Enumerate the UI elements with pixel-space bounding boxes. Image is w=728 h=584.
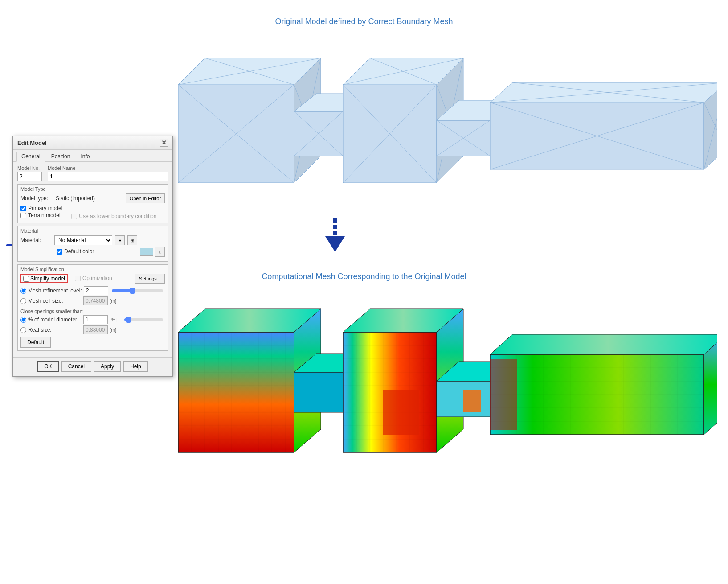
default-btn-row: Default bbox=[20, 337, 165, 348]
real-size-radio[interactable] bbox=[20, 327, 26, 333]
bottom-right-bar bbox=[490, 334, 717, 435]
default-color-checkbox-row: Default color bbox=[57, 248, 94, 255]
top-title: Original Model defined by Correct Bounda… bbox=[0, 17, 728, 26]
checkbox-two-col: Primary model Terrain model Use as lower… bbox=[20, 205, 165, 220]
pct-model-thumb bbox=[126, 317, 131, 323]
mesh-cell-unit: [m] bbox=[110, 298, 121, 304]
right-bar bbox=[490, 82, 717, 169]
pct-model-slider[interactable] bbox=[124, 318, 163, 321]
optimization-checkbox bbox=[75, 276, 81, 281]
mesh-refinement-row: Mesh refinement level: bbox=[20, 286, 165, 295]
real-size-unit: [m] bbox=[110, 327, 121, 333]
arrow-dot-3 bbox=[333, 231, 337, 235]
real-size-label: Real size: bbox=[28, 327, 82, 333]
dialog-body: Model No. Model Name Model Type Model ty… bbox=[13, 162, 172, 357]
material-grid-button[interactable]: ⊞ bbox=[127, 235, 137, 245]
edit-model-dialog: Edit Model ✕ General Position Info Model… bbox=[12, 136, 173, 377]
tab-info[interactable]: Info bbox=[76, 152, 94, 161]
material-field-label: Material: bbox=[20, 237, 52, 243]
default-color-label: Default color bbox=[64, 248, 94, 255]
mesh-cell-size-row: Mesh cell size: [m] bbox=[20, 296, 165, 305]
pct-model-radio[interactable] bbox=[20, 317, 26, 323]
lower-boundary-label: Use as lower boundary condition bbox=[79, 213, 156, 219]
help-button[interactable]: Help bbox=[123, 361, 148, 372]
bottom-model-canvas bbox=[151, 288, 717, 573]
lower-boundary-row: Use as lower boundary condition bbox=[71, 213, 156, 219]
model-no-col: Model No. bbox=[17, 165, 44, 181]
mesh-refinement-label: Mesh refinement level: bbox=[28, 288, 82, 294]
mesh-cell-input bbox=[83, 296, 108, 305]
simplify-highlight-box: Simplify model bbox=[20, 274, 68, 283]
primary-model-checkbox[interactable] bbox=[20, 206, 26, 211]
ok-button[interactable]: OK bbox=[37, 361, 58, 372]
pct-model-label: % of model diameter: bbox=[28, 317, 82, 323]
tab-position[interactable]: Position bbox=[46, 152, 75, 161]
simplify-model-label: Simplify model bbox=[30, 276, 65, 282]
type-value: Static (imported) bbox=[56, 195, 124, 202]
simplify-model-checkbox[interactable] bbox=[23, 276, 29, 282]
pct-model-input[interactable] bbox=[83, 315, 108, 324]
dialog-close-button[interactable]: ✕ bbox=[160, 139, 168, 147]
model-no-input[interactable] bbox=[17, 172, 42, 181]
color-grid-button[interactable]: ⊞ bbox=[155, 247, 165, 257]
model-name-col: Model Name bbox=[48, 165, 168, 181]
cancel-button[interactable]: Cancel bbox=[61, 361, 91, 372]
real-size-input bbox=[83, 325, 108, 334]
mesh-refinement-input[interactable] bbox=[84, 286, 108, 295]
optimization-row: Optimization bbox=[75, 275, 112, 281]
simplify-row: Simplify model Optimization Settings... bbox=[20, 274, 165, 284]
pct-model-row: % of model diameter: [%] bbox=[20, 315, 165, 324]
model-simplification-section: Model Simplification Simplify model Opti… bbox=[17, 264, 168, 351]
material-select[interactable]: No Material bbox=[54, 235, 112, 245]
arrow-container bbox=[325, 218, 345, 252]
default-button[interactable]: Default bbox=[20, 337, 51, 348]
svg-rect-100 bbox=[490, 359, 517, 430]
mesh-cell-radio[interactable] bbox=[20, 298, 26, 304]
model-type-section: Model Type Model type: Static (imported)… bbox=[17, 184, 168, 223]
mesh-refinement-radio[interactable] bbox=[20, 288, 26, 294]
terrain-model-label: Terrain model bbox=[28, 212, 61, 218]
material-label: Material bbox=[20, 228, 165, 234]
model-type-row: Model type: Static (imported) Open in Ed… bbox=[20, 193, 165, 203]
mesh-cell-label: Mesh cell size: bbox=[28, 298, 82, 304]
svg-marker-58 bbox=[294, 372, 343, 412]
model-name-input[interactable] bbox=[48, 172, 168, 181]
close-openings-label: Close openings smaller than: bbox=[20, 308, 165, 314]
material-edit-button[interactable]: ▾ bbox=[115, 235, 125, 245]
simplification-label: Model Simplification bbox=[20, 267, 165, 272]
model-name-label: Model Name bbox=[48, 165, 168, 171]
arrow-triangle bbox=[325, 236, 345, 252]
pct-model-unit: [%] bbox=[110, 317, 121, 322]
color-swatch[interactable] bbox=[140, 248, 153, 256]
default-color-checkbox[interactable] bbox=[57, 249, 62, 255]
primary-model-label: Primary model bbox=[28, 205, 62, 211]
svg-marker-98 bbox=[490, 334, 717, 354]
tab-general[interactable]: General bbox=[16, 152, 45, 162]
default-color-row: Default color ⊞ bbox=[20, 247, 165, 257]
mesh-refinement-slider[interactable] bbox=[112, 289, 163, 292]
svg-marker-37 bbox=[178, 332, 294, 452]
optimization-label: Optimization bbox=[82, 275, 112, 281]
primary-model-row: Primary model bbox=[20, 205, 62, 211]
svg-rect-79 bbox=[383, 390, 419, 435]
dialog-buttons: OK Cancel Apply Help bbox=[13, 357, 172, 376]
terrain-model-row: Terrain model bbox=[20, 212, 62, 218]
dialog-tabs: General Position Info bbox=[13, 150, 172, 162]
terrain-model-checkbox[interactable] bbox=[20, 213, 26, 218]
main-container: Original Model defined by Correct Bounda… bbox=[0, 0, 728, 584]
mesh-refinement-thumb bbox=[130, 288, 135, 294]
material-row: Material: No Material ▾ ⊞ bbox=[20, 235, 165, 245]
material-section: Material Material: No Material ▾ ⊞ Defau… bbox=[17, 226, 168, 262]
settings-button[interactable]: Settings... bbox=[135, 274, 165, 284]
model-no-label: Model No. bbox=[17, 165, 44, 171]
arrow-dot-2 bbox=[333, 225, 337, 229]
top-model-canvas bbox=[151, 31, 717, 223]
real-size-row: Real size: [m] bbox=[20, 325, 165, 334]
model-no-name-row: Model No. Model Name bbox=[17, 165, 168, 181]
dialog-titlebar: Edit Model ✕ bbox=[13, 136, 172, 150]
open-in-editor-button[interactable]: Open in Editor bbox=[126, 193, 165, 203]
type-label: Model type: bbox=[20, 195, 54, 202]
lower-boundary-checkbox bbox=[71, 214, 77, 219]
dialog-title-text: Edit Model bbox=[17, 140, 47, 146]
apply-button[interactable]: Apply bbox=[94, 361, 121, 372]
